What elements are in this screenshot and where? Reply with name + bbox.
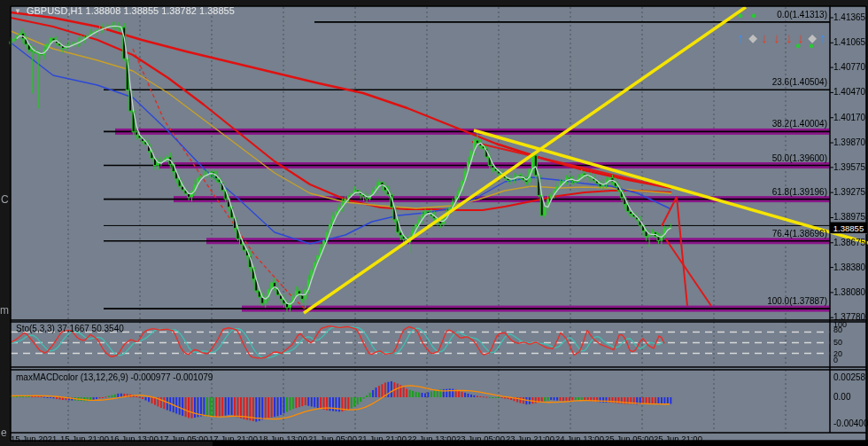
fib-level-label: 38.2(1.40004) — [772, 120, 827, 129]
price-axis-label: 1.38380 — [833, 263, 865, 272]
signal-dot-icon[interactable]: ● — [751, 10, 757, 20]
fib-level-label: 100.0(1.37887) — [767, 297, 827, 306]
fib-level-label: 0.0(1.41313) — [777, 11, 827, 20]
signal-down-icon[interactable]: ↓ — [773, 30, 780, 45]
date-axis-label: 17 Jun 05:00 — [159, 434, 208, 443]
macd-label: maxMACDcolor (13,12,26,9) -0.000977 -0.0… — [16, 372, 213, 382]
date-axis-label: 16 Jun 13:00 — [110, 434, 159, 443]
background-window-text: e — [1, 426, 7, 439]
stoch-axis-label: 50 — [833, 338, 842, 347]
symbol-dropdown-icon[interactable]: ▼ — [14, 7, 21, 15]
date-axis-label: 21 Jun 21:00 — [358, 434, 407, 443]
signal-dot-icon[interactable]: ● — [738, 10, 744, 20]
signal-down-icon[interactable]: ↓ — [786, 30, 793, 45]
price-axis-label: 1.40470 — [833, 88, 865, 97]
fib-level-label: 23.6(1.40504) — [772, 78, 827, 87]
date-axis-label: 25 Jun 21:00 — [654, 434, 702, 443]
date-axis-label: 25 Jun 05:00 — [605, 434, 654, 443]
price-axis-label: 1.39275 — [833, 188, 865, 197]
background-window-text: C — [1, 193, 9, 206]
date-axis-label: 23 Jun 05:00 — [456, 434, 505, 443]
price-axis-label: 1.41365 — [833, 13, 865, 22]
price-axis-label: 1.38080 — [833, 288, 865, 297]
date-axis-label: 15 Jun 2021 — [11, 434, 57, 443]
macd-axis-label: -0.004001 — [833, 419, 868, 428]
date-axis-label: 15 Jun 21:00 — [60, 434, 109, 443]
date-axis-label: 21 Jun 05:00 — [308, 434, 357, 443]
price-axis-label: 1.39575 — [833, 163, 865, 172]
price-axis-label: 1.38975 — [833, 213, 865, 222]
symbol-timeframe-label: GBPUSD,H1 — [27, 5, 83, 16]
signal-down-icon[interactable]: ↓ — [797, 30, 804, 45]
chart-title: ▼GBPUSD,H1 1.38808 1.38855 1.38782 1.388… — [14, 5, 235, 16]
date-axis-label: 18 Jun 13:00 — [259, 434, 307, 443]
fib-level-label: 61.8(1.39196) — [772, 188, 827, 197]
signal-diamond-icon[interactable]: ◆ — [808, 32, 816, 44]
date-axis-label: 22 Jun 13:00 — [407, 434, 456, 443]
price-axis-label: 1.41065 — [833, 38, 865, 47]
mt4-chart-window: ▼GBPUSD,H1 1.38808 1.38855 1.38782 1.388… — [0, 0, 868, 446]
signal-diamond-icon[interactable]: ◆ — [748, 32, 756, 44]
date-axis-label: 17 Jun 21:00 — [209, 434, 258, 443]
fib-level-label: 50.0(1.39600) — [772, 154, 827, 163]
macd-axis-label: 0.00258 — [833, 373, 865, 382]
date-axis-label: 23 Jun 21:00 — [506, 434, 554, 443]
fib-level-label: 76.4(1.38696) — [772, 230, 827, 239]
date-axis-label: 24 Jun 13:00 — [555, 434, 604, 443]
signal-down-icon[interactable]: ↓ — [761, 30, 768, 45]
price-axis-label: 1.40170 — [833, 113, 865, 122]
macd-axis-label: 0.00 — [833, 393, 850, 402]
background-window-text: m — [0, 304, 9, 317]
price-axis-label: 1.39870 — [833, 138, 865, 147]
signal-up-icon[interactable]: ↑ — [737, 30, 744, 45]
price-axis-label: 1.38675 — [833, 239, 865, 247]
stochastic-label: Sto(5,3,3) 37.1667 50.3540 — [16, 324, 124, 333]
signal-up-icon[interactable]: ↑ — [819, 30, 826, 45]
stoch-axis-label: 80 — [833, 325, 842, 334]
price-axis-label: 1.40770 — [833, 63, 865, 72]
stoch-axis-label: 0 — [833, 356, 838, 364]
ohlc-values: 1.38808 1.38855 1.38782 1.38855 — [86, 5, 235, 16]
current-price-badge: 1.38855 — [830, 222, 867, 233]
